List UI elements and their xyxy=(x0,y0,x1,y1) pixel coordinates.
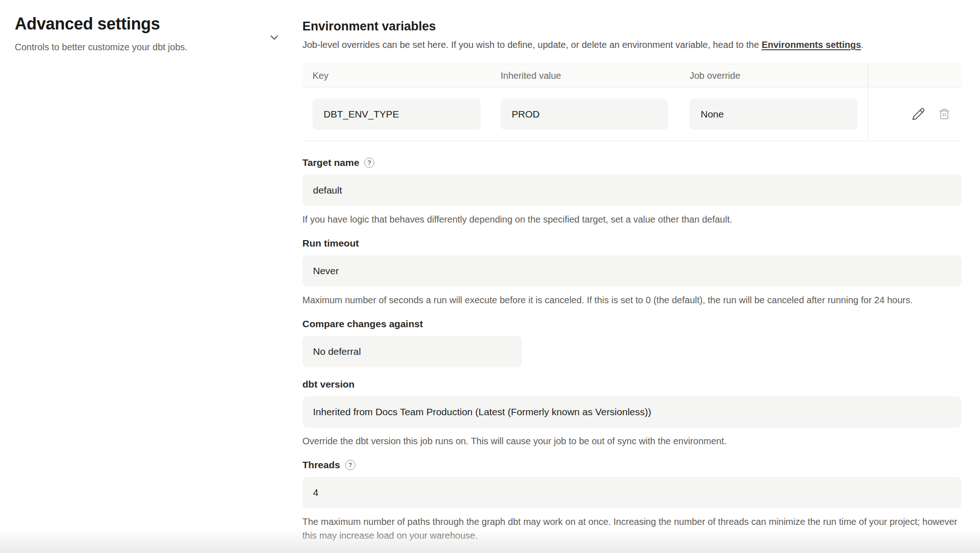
description-period: . xyxy=(861,40,864,50)
run-timeout-input[interactable]: Never xyxy=(302,255,962,287)
dbt-version-helper: Override the dbt version this job runs o… xyxy=(302,434,962,448)
threads-helper: The maximum number of paths through the … xyxy=(302,515,962,542)
column-header-key: Key xyxy=(302,71,501,81)
field-target-name: Target name ? default If you have logic … xyxy=(302,157,962,226)
env-var-table-row: DBT_ENV_TYPE PROD None xyxy=(302,88,962,141)
trash-icon xyxy=(938,108,950,120)
chevron-down-icon xyxy=(269,32,280,43)
dbt-version-value: Inherited from Docs Team Production (Lat… xyxy=(313,406,651,418)
dbt-version-select[interactable]: Inherited from Docs Team Production (Lat… xyxy=(302,396,962,428)
target-name-helper: If you have logic that behaves different… xyxy=(302,212,962,226)
env-var-job-override-cell[interactable]: None xyxy=(690,99,857,130)
description-text: Job-level overrides can be set here. If … xyxy=(302,40,762,50)
page-title: Advanced settings xyxy=(15,14,264,34)
page-subtitle: Controls to better customize your dbt jo… xyxy=(15,41,264,53)
env-var-row-actions xyxy=(868,88,962,141)
advanced-settings-content: Environment variables Job-level override… xyxy=(302,18,962,542)
run-timeout-helper: Maximum number of seconds a run will exe… xyxy=(302,293,962,307)
delete-env-var-button[interactable] xyxy=(938,108,950,120)
env-vars-description: Job-level overrides can be set here. If … xyxy=(302,38,962,52)
compare-changes-select[interactable]: No deferral xyxy=(302,336,522,367)
pencil-icon xyxy=(912,107,925,121)
field-compare-changes: Compare changes against No deferral xyxy=(302,318,962,367)
env-vars-table-header: Key Inherited value Job override xyxy=(302,64,962,88)
environment-variables-section: Environment variables Job-level override… xyxy=(302,18,962,141)
dbt-version-label: dbt version xyxy=(302,378,354,390)
env-var-key-cell: DBT_ENV_TYPE xyxy=(313,99,481,130)
environments-settings-link[interactable]: Environments settings xyxy=(762,40,861,50)
env-vars-heading: Environment variables xyxy=(302,18,962,34)
env-var-inherited-value-cell: PROD xyxy=(501,99,668,130)
env-vars-table: Key Inherited value Job override DBT_ENV… xyxy=(302,64,962,141)
column-header-actions xyxy=(868,64,962,87)
run-timeout-label: Run timeout xyxy=(302,237,359,249)
run-timeout-value: Never xyxy=(313,265,339,276)
compare-changes-label: Compare changes against xyxy=(302,318,423,330)
column-header-inherited-value: Inherited value xyxy=(501,71,690,81)
help-icon[interactable]: ? xyxy=(364,158,374,168)
compare-changes-value: No deferral xyxy=(313,346,361,357)
field-run-timeout: Run timeout Never Maximum number of seco… xyxy=(302,237,962,307)
target-name-input[interactable]: default xyxy=(302,175,962,206)
help-icon[interactable]: ? xyxy=(345,460,355,470)
threads-label: Threads xyxy=(302,459,340,471)
section-header: Advanced settings Controls to better cus… xyxy=(15,14,264,53)
advanced-settings-page: Advanced settings Controls to better cus… xyxy=(0,0,980,553)
collapse-section-button[interactable] xyxy=(266,29,282,45)
threads-value: 4 xyxy=(313,487,319,498)
target-name-label: Target name xyxy=(302,157,359,169)
field-dbt-version: dbt version Inherited from Docs Team Pro… xyxy=(302,378,962,448)
edit-env-var-button[interactable] xyxy=(912,107,925,121)
threads-input[interactable]: 4 xyxy=(302,477,962,508)
field-threads: Threads ? 4 The maximum number of paths … xyxy=(302,459,962,542)
column-header-job-override: Job override xyxy=(690,71,868,81)
target-name-value: default xyxy=(313,185,342,196)
